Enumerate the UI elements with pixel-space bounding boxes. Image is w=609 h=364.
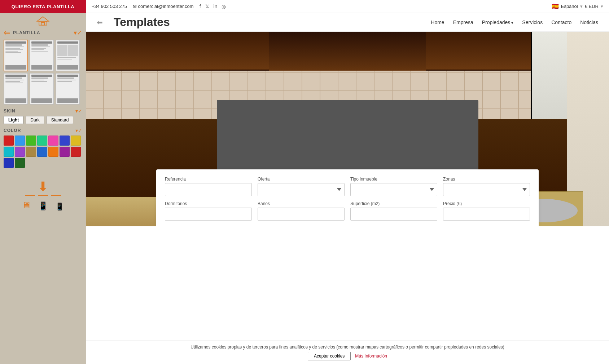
svg-rect-1 xyxy=(39,21,47,25)
label-banos: Baños xyxy=(258,201,345,206)
tablet-icon[interactable]: 📱 xyxy=(38,201,48,211)
nav-item-empresa[interactable]: Empresa xyxy=(453,19,473,25)
color-swatch-blue2[interactable] xyxy=(37,147,47,157)
input-referencia[interactable] xyxy=(165,183,252,196)
label-superficie: Superficie (m2) xyxy=(350,201,437,206)
label-zonas: Zonas xyxy=(443,177,530,182)
color-swatch-blue[interactable] xyxy=(15,136,25,146)
select-zonas[interactable] xyxy=(443,183,530,196)
search-form: Referencia Oferta Tipo inmueble xyxy=(156,169,539,226)
color-swatches-grid xyxy=(4,136,82,168)
form-group-superficie: Superficie (m2) xyxy=(350,201,437,221)
collapse-left-arrow[interactable]: ⇐ xyxy=(4,28,10,37)
templates-grid xyxy=(0,38,84,106)
color-swatch-yellow[interactable] xyxy=(71,136,81,146)
input-precio[interactable] xyxy=(443,208,530,221)
select-oferta[interactable] xyxy=(258,183,345,196)
device-section: ⬇ 🖥 📱 📱 xyxy=(0,173,86,214)
down-arrow-icon: ⬇ xyxy=(38,180,48,193)
color-swatch-indigo[interactable] xyxy=(4,158,14,168)
nav-item-home[interactable]: Home xyxy=(431,19,444,25)
sidebar: QUIERO ESTA PLANTILLA ⇐ PLANTILLA ▾✓ xyxy=(0,0,86,364)
more-info-link[interactable]: Más Información xyxy=(355,354,387,359)
color-swatch-teal[interactable] xyxy=(37,136,47,146)
color-swatch-navy[interactable] xyxy=(60,136,70,146)
search-row-2: Dormitorios Baños Superficie (m2) Precio… xyxy=(165,201,530,221)
color-swatch-orange[interactable] xyxy=(48,147,58,157)
color-check-arrow: ▾✓ xyxy=(75,128,82,133)
nav-back-arrow[interactable]: ⬅ xyxy=(97,18,103,27)
input-dormitorios[interactable] xyxy=(165,208,252,221)
skin-check-arrow: ▾✓ xyxy=(75,108,82,114)
skin-standard-button[interactable]: Standard xyxy=(47,116,74,124)
select-tipo[interactable] xyxy=(350,183,437,196)
top-bar: +34 902 503 275 ✉ comercial@inmoenter.co… xyxy=(86,0,609,13)
cookie-text: Utilizamos cookies propias y de terceros… xyxy=(190,345,504,350)
skin-light-button[interactable]: Light xyxy=(4,116,23,124)
svg-rect-2 xyxy=(41,23,45,25)
color-swatch-tan[interactable] xyxy=(26,147,36,157)
cookie-bar: Utilizamos cookies propias y de terceros… xyxy=(86,341,609,364)
nav-item-noticias[interactable]: Noticias xyxy=(580,19,598,25)
accept-cookies-button[interactable]: Aceptar cookies xyxy=(308,352,351,360)
social-links: f 𝕏 in ◎ xyxy=(200,4,226,9)
instagram-icon[interactable]: ◎ xyxy=(222,4,226,9)
plantilla-header-row: ⇐ PLANTILLA ▾✓ xyxy=(0,27,86,38)
form-group-tipo: Tipo inmueble xyxy=(350,177,437,196)
input-banos[interactable] xyxy=(258,208,345,221)
flag-icon: 🇪🇸 xyxy=(552,3,559,10)
color-swatch-red[interactable] xyxy=(4,136,14,146)
home-icon[interactable] xyxy=(36,16,49,26)
template-thumb-3[interactable] xyxy=(56,40,80,71)
template-thumb-4[interactable] xyxy=(4,73,28,105)
hero-kitchen-image: Referencia Oferta Tipo inmueble xyxy=(86,32,609,226)
form-group-dormitorios: Dormitorios xyxy=(165,201,252,221)
cta-button[interactable]: QUIERO ESTA PLANTILLA xyxy=(0,0,86,13)
color-section: COLOR ▾✓ xyxy=(0,125,86,169)
page-title: Templates xyxy=(114,15,170,29)
nav-item-contacto[interactable]: Contacto xyxy=(551,19,571,25)
label-referencia: Referencia xyxy=(165,177,252,182)
phone-number: +34 902 503 275 xyxy=(92,4,127,9)
nav-logo-area: ⬅ Templates xyxy=(97,15,170,29)
template-thumb-5[interactable] xyxy=(30,73,54,105)
nav-item-servicios[interactable]: Servicios xyxy=(522,19,543,25)
language-selector[interactable]: Español xyxy=(561,4,578,9)
label-dormitorios: Dormitorios xyxy=(165,201,252,206)
facebook-icon[interactable]: f xyxy=(200,4,201,9)
search-row-1: Referencia Oferta Tipo inmueble xyxy=(165,177,530,196)
template-thumb-2[interactable] xyxy=(30,40,54,71)
color-swatch-green[interactable] xyxy=(26,136,36,146)
form-group-referencia: Referencia xyxy=(165,177,252,196)
color-swatch-cyan[interactable] xyxy=(4,147,14,157)
home-icon-area xyxy=(0,13,86,27)
skin-dark-button[interactable]: Dark xyxy=(26,116,44,124)
form-group-banos: Baños xyxy=(258,201,345,221)
form-group-zonas: Zonas xyxy=(443,177,530,196)
twitter-icon[interactable]: 𝕏 xyxy=(205,4,209,9)
desktop-icon[interactable]: 🖥 xyxy=(22,200,31,211)
label-tipo: Tipo inmueble xyxy=(350,177,437,182)
mobile-icon[interactable]: 📱 xyxy=(55,202,64,211)
main-content: +34 902 503 275 ✉ comercial@inmoenter.co… xyxy=(86,0,609,364)
currency-selector[interactable]: € EUR xyxy=(585,4,599,9)
linkedin-icon[interactable]: in xyxy=(214,4,218,9)
form-group-oferta: Oferta xyxy=(258,177,345,196)
hero-area: Referencia Oferta Tipo inmueble xyxy=(86,32,609,226)
label-oferta: Oferta xyxy=(258,177,345,182)
color-swatch-purple[interactable] xyxy=(15,147,25,157)
template-thumb-6[interactable] xyxy=(56,73,80,105)
color-swatch-crimson[interactable] xyxy=(71,147,81,157)
color-swatch-pink[interactable] xyxy=(48,136,58,146)
color-swatch-violet[interactable] xyxy=(60,147,70,157)
color-swatch-darkgreen[interactable] xyxy=(15,158,25,168)
skin-buttons-group: Light Dark Standard xyxy=(4,116,82,124)
device-icons-row: 🖥 📱 📱 xyxy=(22,200,64,211)
input-superficie[interactable] xyxy=(350,208,437,221)
nav-item-propiedades[interactable]: Propiedades xyxy=(482,19,514,25)
svg-marker-0 xyxy=(37,17,49,21)
nav-menu: Home Empresa Propiedades Servicios Conta… xyxy=(431,19,598,25)
plantilla-check-arrow: ▾✓ xyxy=(74,29,82,37)
top-bar-right: 🇪🇸 Español ▾ € EUR ▾ xyxy=(552,3,603,10)
template-thumb-1[interactable] xyxy=(4,40,28,71)
